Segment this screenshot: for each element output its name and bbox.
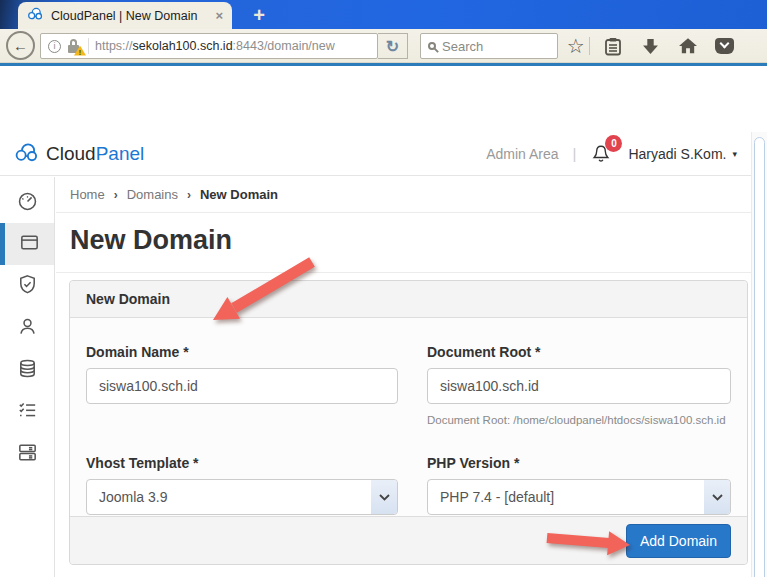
notification-count-badge: 0 [605,135,622,152]
breadcrumb-separator-icon: › [114,188,118,202]
document-root-help: Document Root: /home/cloudpanel/htdocs/s… [427,412,731,429]
url-text: https://sekolah100.sch.id:8443/domain/ne… [95,39,335,53]
notifications-bell-icon[interactable]: 0 [590,142,614,166]
add-domain-button[interactable]: Add Domain [626,524,731,558]
breadcrumb-separator-icon: › [187,188,191,202]
bookmark-star-icon[interactable]: ☆ [562,34,589,58]
php-version-label: PHP Version * [427,455,731,471]
php-version-value: PHP 7.4 - [default] [428,489,704,505]
logo-text: CloudPanel [46,143,144,165]
panel-body: Domain Name * Document Root * Document R… [70,318,747,516]
app-header: CloudPanel Admin Area | 0 Haryadi S.Kom.… [0,132,751,176]
domain-name-input[interactable] [86,368,398,404]
pocket-icon[interactable] [706,38,743,54]
chevron-down-icon [371,480,397,514]
user-name: Haryadi S.Kom. [628,146,726,162]
domains-icon [18,231,41,258]
page-scrollbar[interactable] [751,132,767,577]
new-domain-panel: New Domain Domain Name * Document Root *… [69,280,748,565]
sidebar [0,177,55,577]
vhost-template-label: Vhost Template * [86,455,407,471]
breadcrumb-domains[interactable]: Domains [127,187,178,202]
scrollbar-thumb[interactable] [754,137,765,577]
home-icon[interactable] [669,38,706,54]
document-root-label: Document Root * [427,344,731,360]
server-icon [16,441,39,468]
cloudpanel-favicon-icon [27,6,44,25]
breadcrumb: Home › Domains › New Domain [56,177,751,213]
download-icon[interactable] [632,38,669,55]
page-info-icon[interactable]: i [48,40,61,53]
search-bar[interactable] [420,33,558,59]
sidebar-item-domains[interactable] [0,223,54,265]
back-button[interactable]: ← [6,31,35,60]
document-root-group: Document Root * Document Root: /home/clo… [427,344,731,429]
panel-footer: Add Domain [70,516,747,564]
shield-check-icon [16,273,39,300]
sidebar-item-databases[interactable] [0,349,54,391]
admin-area-label[interactable]: Admin Area [486,146,558,162]
search-icon [428,42,436,50]
url-scheme: https:// [95,39,133,53]
sidebar-item-dashboard[interactable] [0,181,54,223]
menu-hamburger-icon[interactable] [744,39,767,53]
sidebar-item-users[interactable] [0,307,54,349]
main-content: Home › Domains › New Domain New Domain N… [56,177,751,577]
sidebar-item-services[interactable] [0,391,54,433]
browser-navbar: ← i ! https://sekolah100.sch.id:8443/dom… [0,29,767,63]
header-divider: | [573,145,577,162]
domain-name-group: Domain Name * [86,344,407,429]
panel-header: New Domain [70,281,747,318]
toolbar-divider [589,37,590,55]
user-menu[interactable]: Haryadi S.Kom. ▾ [628,146,737,162]
bookmarks-menu-icon[interactable] [594,37,631,56]
browser-tab[interactable]: CloudPanel | New Domain × [18,2,232,29]
checklist-icon [16,399,39,426]
reload-button[interactable]: ↻ [378,33,408,59]
sidebar-item-security[interactable] [0,265,54,307]
database-icon [16,357,39,384]
tab-close-icon[interactable]: × [215,8,223,23]
cloudpanel-logo-icon [14,141,40,167]
insecure-lock-icon[interactable]: ! [67,39,82,54]
url-path: :8443/domain/new [233,39,335,53]
domain-name-label: Domain Name * [86,344,407,360]
breadcrumb-current: New Domain [200,187,278,202]
vhost-template-select[interactable]: Joomla 3.9 [86,479,398,515]
tab-title: CloudPanel | New Domain [51,9,208,23]
document-root-input[interactable] [427,368,731,404]
page-title: New Domain [70,225,737,256]
php-version-select[interactable]: PHP 7.4 - [default] [427,479,731,515]
sidebar-item-server[interactable] [0,433,54,475]
url-divider [88,38,89,54]
breadcrumb-home[interactable]: Home [70,187,105,202]
page-content: CloudPanel Admin Area | 0 Haryadi S.Kom.… [0,63,767,577]
title-row: New Domain [56,213,751,273]
search-input[interactable] [442,39,546,54]
url-domain: sekolah100.sch.id [133,39,233,53]
cloudpanel-logo[interactable]: CloudPanel [14,141,144,167]
url-bar[interactable]: i ! https://sekolah100.sch.id:8443/domai… [40,33,378,59]
user-icon [16,315,39,342]
vhost-template-value: Joomla 3.9 [87,489,371,505]
chevron-down-icon: ▾ [732,149,737,159]
gauge-icon [16,189,39,216]
new-tab-button[interactable]: + [244,3,274,27]
browser-tab-bar: CloudPanel | New Domain × + [0,0,767,29]
chevron-down-icon [704,480,730,514]
